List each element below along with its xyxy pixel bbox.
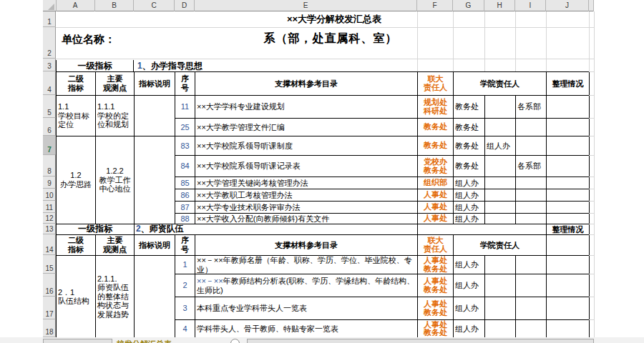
header-serial[interactable]: 序 号 [175,235,195,256]
row-header-16[interactable]: 16 [43,274,56,297]
column-header-c[interactable]: C [134,0,175,11]
doc-cell[interactable]: ××大学收入分配(向教师倾斜)有关文件 [195,214,418,224]
row-header-8[interactable]: 8 [43,155,56,177]
column-header-j[interactable]: J [546,0,589,11]
college-cell[interactable] [516,256,547,274]
college-cell[interactable]: 各系部 [516,156,547,177]
college-cell[interactable] [485,214,516,224]
column-header-d[interactable]: D [175,0,195,11]
college-cell[interactable] [485,156,516,177]
lianda-cell[interactable]: 规划处 科研处 [418,96,454,119]
doc-cell[interactable]: ××大学教学管理文件汇编 [195,119,418,136]
observation-2-1-1-cell[interactable]: 2.1.1. 师资队伍的整体结构状态与发展趋势 [96,256,135,338]
doc-cell[interactable]: ××大学专业技术职务评审办法 [195,202,418,214]
doc-cell[interactable]: ××大学校院系领导听课制度 [195,136,418,156]
college-cell[interactable] [516,214,547,224]
column-header-f[interactable]: F [417,0,453,11]
row-header-15[interactable]: 15 [43,255,56,274]
lianda-cell[interactable]: 人事处 教务处 [418,320,454,338]
column-header-h[interactable]: H [484,0,515,11]
row-header-9[interactable]: 9 [43,177,56,189]
college-cell[interactable] [516,136,547,156]
serial-cell[interactable]: 85 [175,177,195,189]
college-cell[interactable] [485,96,516,119]
college-cell[interactable]: 组人办 [485,136,516,156]
row-header-4[interactable]: 4 [43,71,56,95]
header-indicator-desc[interactable]: 指标说明 [135,235,175,256]
empty-cell[interactable] [547,235,590,256]
college-cell[interactable]: 组人办 [454,297,485,320]
college-cell[interactable] [485,297,516,320]
header-lianda-responsible[interactable]: 联大 责任人 [418,72,454,96]
arrangement-cell[interactable] [547,274,590,297]
lianda-cell[interactable]: 人事处 教务处 [418,297,454,320]
serial-cell[interactable]: 86 [175,189,195,202]
row-header-5[interactable]: 5 [43,95,56,118]
college-cell[interactable] [485,256,516,274]
indicator-desc-cell[interactable] [135,96,175,136]
arrangement-cell[interactable] [547,189,590,202]
indicator-1-2-cell[interactable]: 1.2 办学思路 [57,136,96,224]
arrangement-cell[interactable] [547,214,590,224]
lianda-cell[interactable]: 党校办 教务处 [418,156,454,177]
indicator-desc-cell[interactable] [135,256,175,338]
doc-cell[interactable]: ××大学校院系领导听课记录表 [195,156,418,177]
arrangement-cell[interactable] [547,119,590,136]
college-cell[interactable] [485,274,516,297]
observation-1-1-1-cell[interactable]: 1.1.1 学校的定位和规划 [96,96,135,136]
row-header-2[interactable]: 2 [43,27,56,59]
serial-cell[interactable]: 4 [175,320,195,338]
lianda-cell[interactable]: 人事处 教务处 [418,256,454,274]
college-cell[interactable] [485,177,516,189]
row-header-10[interactable]: 10 [43,189,56,201]
section1-level-label-cell[interactable]: 一级指标 [56,60,134,71]
doc-cell[interactable]: ××－××年教师名册（年龄、职称、学历、学位、毕业院校、专业） [195,256,418,274]
row-header-17[interactable]: 17 [43,297,56,319]
serial-cell[interactable]: 83 [175,136,195,156]
sheet-tab[interactable]: 校发分解汇总表 [117,339,231,343]
college-cell[interactable] [516,177,547,189]
college-cell[interactable]: 组人办 [454,202,485,214]
serial-cell[interactable]: 88 [175,214,195,224]
workbook-title-cell[interactable]: ××大学分解校发汇总表 [195,13,474,27]
new-sheet-icon[interactable] [230,339,240,343]
header-secondary-indicator[interactable]: 二级 指标 [57,235,96,256]
header-support-materials[interactable]: 支撑材料参考目录 [195,235,418,256]
college-cell[interactable] [516,320,547,338]
indicator-1-1-cell[interactable]: 1.1 学校目标定位 [57,96,96,136]
college-cell[interactable] [516,119,547,136]
lianda-cell[interactable]: 教务处 [418,136,454,156]
college-cell[interactable]: 组人办 [454,256,485,274]
header-college-responsible[interactable]: 学院责任人 [454,72,547,96]
serial-cell[interactable]: 2 [175,274,195,297]
doc-cell[interactable]: 学科带头人、骨干教师、特贴专家一览表 [195,320,418,338]
column-header-e[interactable]: E [195,0,417,11]
doc-cell[interactable]: ××大学学科专业建设规划 [195,96,418,119]
column-header-a[interactable]: A [56,0,95,11]
serial-cell[interactable]: 3 [175,297,195,320]
row-header-6[interactable]: 6 [43,118,56,136]
header-observation-point[interactable]: 主要 观测点 [96,72,135,96]
header-serial[interactable]: 序 号 [175,72,195,96]
college-cell[interactable]: 组人办 [454,189,485,202]
unit-name-value-cell[interactable]: 系（部，处直属科、室） [195,31,467,46]
row-header-3[interactable]: 3 [43,59,56,71]
serial-cell[interactable]: 87 [175,202,195,214]
header-observation-point[interactable]: 主要 观测点 [96,235,135,256]
college-cell[interactable] [516,274,547,297]
serial-cell[interactable]: 1 [175,256,195,274]
row-header-18[interactable]: 18 [43,319,56,337]
college-cell[interactable]: 组人办 [454,320,485,338]
arrangement-cell[interactable] [547,202,590,214]
college-cell[interactable] [516,202,547,214]
college-cell[interactable]: 组人办 [454,214,485,224]
arrangement-cell[interactable] [547,96,590,119]
arrangement-cell[interactable] [547,320,590,338]
header-support-materials[interactable]: 支撑材料参考目录 [195,72,418,96]
college-cell[interactable] [485,189,516,202]
header-arrangement[interactable]: 整理情况 [547,72,590,96]
row-header-1[interactable]: 1 [43,11,56,27]
college-cell[interactable]: 各系部 [516,96,547,119]
header-lianda-responsible[interactable]: 联大 责任人 [418,235,454,256]
header-college-responsible[interactable]: 学院责任人 [454,235,547,256]
